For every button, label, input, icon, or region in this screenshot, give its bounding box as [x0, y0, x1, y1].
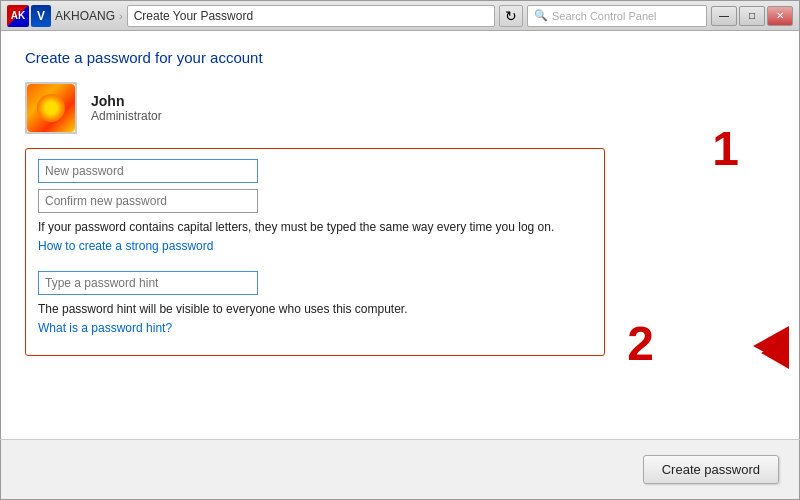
- strong-password-link[interactable]: How to create a strong password: [38, 239, 213, 253]
- hint-section: The password hint will be visible to eve…: [38, 271, 592, 345]
- password-info-text: If your password contains capital letter…: [38, 219, 592, 236]
- content-area: Create a password for your account John …: [1, 31, 799, 439]
- breadcrumb-sep: ›: [119, 10, 123, 22]
- form-section: If your password contains capital letter…: [25, 148, 605, 356]
- maximize-button[interactable]: □: [739, 6, 765, 26]
- hint-link[interactable]: What is a password hint?: [38, 321, 172, 335]
- logo-v-icon: V: [31, 5, 51, 27]
- logo-shield-icon: AK: [7, 5, 29, 27]
- confirm-password-input[interactable]: [38, 189, 258, 213]
- title-bar: AK V AKHOANG › Create Your Password ↻ 🔍 …: [1, 1, 799, 31]
- button-arrow-icon: [761, 337, 789, 369]
- annotation-2: 2: [627, 316, 654, 371]
- create-password-button[interactable]: Create password: [643, 455, 779, 484]
- brand-label: AKHOANG: [55, 9, 115, 23]
- main-window: AK V AKHOANG › Create Your Password ↻ 🔍 …: [0, 0, 800, 500]
- search-bar[interactable]: 🔍 Search Control Panel: [527, 5, 707, 27]
- button-arrow: [761, 337, 789, 369]
- hint-info-text: The password hint will be visible to eve…: [38, 301, 592, 318]
- page-title: Create a password for your account: [25, 49, 775, 66]
- logo-area: AK V: [7, 5, 51, 27]
- search-placeholder: Search Control Panel: [552, 10, 657, 22]
- close-button[interactable]: ✕: [767, 6, 793, 26]
- address-bar[interactable]: Create Your Password: [127, 5, 495, 27]
- window-controls: — □ ✕: [711, 6, 793, 26]
- search-icon: 🔍: [534, 9, 548, 22]
- new-password-input[interactable]: [38, 159, 258, 183]
- user-section: John Administrator: [25, 82, 775, 134]
- hint-input[interactable]: [38, 271, 258, 295]
- minimize-button[interactable]: —: [711, 6, 737, 26]
- avatar: [25, 82, 77, 134]
- divider: [0, 439, 800, 440]
- address-text: Create Your Password: [134, 9, 253, 23]
- avatar-inner: [37, 94, 65, 122]
- annotation-1: 1: [712, 121, 739, 176]
- refresh-button[interactable]: ↻: [499, 5, 523, 27]
- avatar-image: [27, 84, 75, 132]
- user-role: Administrator: [91, 109, 162, 123]
- bottom-bar: Create password: [1, 439, 799, 499]
- title-bar-left: AK V AKHOANG › Create Your Password ↻ 🔍 …: [7, 5, 707, 27]
- user-name: John: [91, 93, 162, 109]
- user-info: John Administrator: [91, 93, 162, 123]
